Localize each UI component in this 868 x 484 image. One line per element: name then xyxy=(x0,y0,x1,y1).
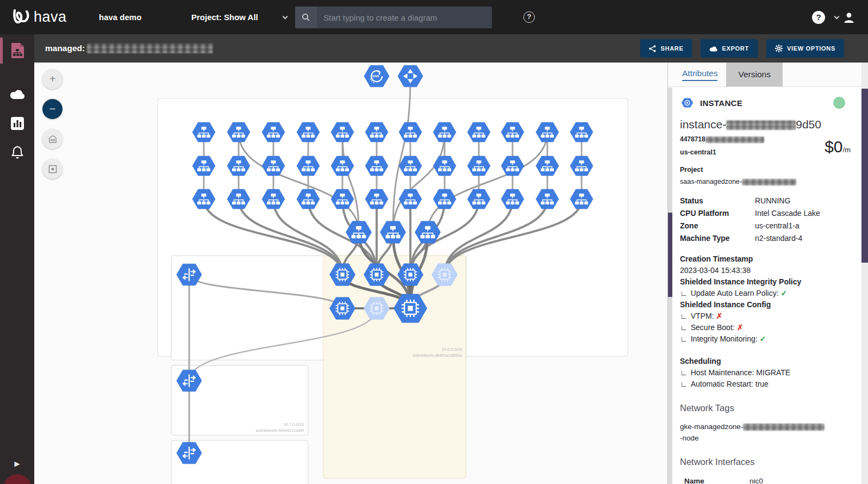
redacted-text xyxy=(742,179,796,185)
creation-timestamp: Creation Timestamp 2023-03-04 15:43:38 xyxy=(680,253,854,276)
share-icon xyxy=(649,45,656,52)
top-bar: hava hava demo Project: Show All ? ? xyxy=(0,0,868,34)
redacted-text xyxy=(743,424,825,431)
gear-icon xyxy=(775,45,783,52)
attributes-panel: Attributes Versions INSTANCE instance-9d… xyxy=(667,63,861,484)
diagram-container xyxy=(323,256,466,479)
instance-name: instance-9d50 xyxy=(680,118,854,131)
diagram-svg: DNS10.0.0.0/20subnetwork-d8401e2d650a10.… xyxy=(34,63,667,484)
search-help-icon[interactable]: ? xyxy=(523,11,535,23)
instance-region: us-central1 xyxy=(680,148,825,156)
diagram-title-bar: managed: SHARE EXPORT VIEW OPTIONS xyxy=(34,34,868,63)
subnet-label: subnetwork-d8401e2d650a xyxy=(413,353,463,358)
center-view-button[interactable] xyxy=(42,159,63,179)
sidebar-item-usage[interactable] xyxy=(0,109,34,138)
bar-chart-icon xyxy=(10,116,24,131)
panel-tabs: Attributes Versions xyxy=(668,63,861,87)
network-interfaces-header: Network Interfaces xyxy=(680,457,854,467)
project-selector[interactable]: Project: Show All xyxy=(191,13,287,22)
fit-view-icon xyxy=(48,134,58,144)
tab-versions[interactable]: Versions xyxy=(726,63,782,86)
project-label: Project xyxy=(680,166,854,173)
redacted-text xyxy=(87,44,213,53)
help-icon[interactable]: ? xyxy=(812,11,825,24)
sidebar: ▶ xyxy=(0,34,34,484)
chevron-down-icon xyxy=(282,14,288,19)
resource-type-label: INSTANCE xyxy=(700,98,742,108)
svg-text:DNS: DNS xyxy=(372,75,379,78)
check-icon: ✓ xyxy=(760,334,766,343)
cross-icon: ✗ xyxy=(716,312,723,320)
instance-hexagon-icon xyxy=(680,96,695,109)
user-icon xyxy=(843,11,855,23)
bell-icon xyxy=(10,145,24,160)
diagram-canvas[interactable]: DNS10.0.0.0/20subnetwork-d8401e2d650a10.… xyxy=(34,63,667,484)
node-dns[interactable]: DNS xyxy=(364,65,389,87)
intercom-button[interactable] xyxy=(3,474,32,484)
subnet-label: 10.0.0.0/20 xyxy=(441,347,462,352)
hava-logo-icon xyxy=(11,7,32,28)
export-button[interactable]: EXPORT xyxy=(701,39,757,58)
panel-scrollbar-thumb[interactable] xyxy=(668,213,672,297)
logo-text: hava xyxy=(34,9,67,26)
sidebar-item-environments[interactable] xyxy=(0,80,34,108)
panel-scrollbar[interactable] xyxy=(668,88,672,484)
search-icon xyxy=(295,7,317,28)
fit-view-button[interactable] xyxy=(42,129,63,149)
diagram-title: managed: xyxy=(45,44,213,53)
diagram-document-icon xyxy=(9,42,26,59)
zoom-out-button[interactable]: − xyxy=(42,99,63,119)
network-tag-value: gke-managedzone- -node xyxy=(680,421,854,444)
redacted-text xyxy=(726,120,796,130)
subnet-label: 10.7.0.0/20 xyxy=(283,422,304,427)
cloud-icon xyxy=(9,89,26,100)
window-scrollbar-thumb[interactable] xyxy=(861,89,868,263)
diagram-search xyxy=(295,7,492,28)
share-button[interactable]: SHARE xyxy=(640,39,692,58)
panel-body: INSTANCE instance-9d50 4478718 us-centra… xyxy=(672,88,861,484)
sidebar-item-diagrams[interactable] xyxy=(0,36,34,65)
chevron-down-icon xyxy=(834,14,840,19)
center-view-icon xyxy=(48,164,58,174)
scheduling-section: Scheduling ∟Host Maintenance: MIGRATE ∟A… xyxy=(680,356,854,390)
instance-fields: StatusRUNNING CPU PlatformIntel Cascade … xyxy=(680,196,854,243)
redacted-text xyxy=(705,136,764,143)
view-options-button[interactable]: VIEW OPTIONS xyxy=(766,39,844,58)
workspace-name[interactable]: hava demo xyxy=(99,13,180,22)
instance-id: 4478718 xyxy=(680,135,825,143)
node-net4[interactable] xyxy=(398,65,423,87)
cross-icon: ✗ xyxy=(737,323,744,332)
network-tags-header: Network Tags xyxy=(680,403,854,413)
check-icon: ✓ xyxy=(781,289,788,297)
account-menu[interactable] xyxy=(835,11,855,23)
window-scrollbar[interactable] xyxy=(861,63,868,484)
project-value: saas-managedzone- xyxy=(680,178,854,185)
status-indicator xyxy=(833,97,845,109)
zoom-in-button[interactable]: + xyxy=(42,69,63,89)
hava-logo[interactable]: hava xyxy=(11,7,76,28)
sidebar-expand-button[interactable]: ▶ xyxy=(0,460,34,468)
sidebar-item-alerts[interactable] xyxy=(0,139,34,167)
tab-attributes[interactable]: Attributes xyxy=(676,63,724,86)
search-input[interactable] xyxy=(317,13,492,22)
network-interface-fields: Namenic0 Network IP10.0.0.6 xyxy=(680,477,854,484)
subnet-label: subnetwork-9d9461c2a98f xyxy=(256,428,304,433)
shielded-integrity-policy: Shielded Instance Integrity Policy ∟Upda… xyxy=(680,276,854,345)
price-label: $0/m xyxy=(825,138,851,156)
cloud-export-icon xyxy=(709,46,717,52)
